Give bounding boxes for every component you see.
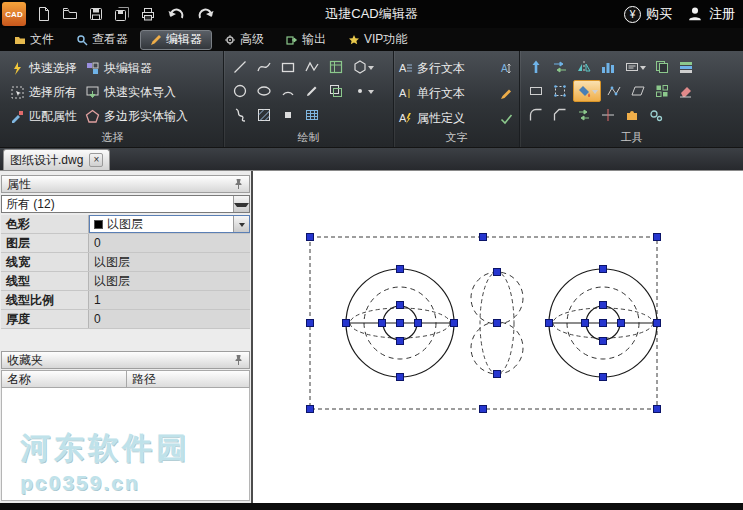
register-button[interactable]: 注册 (686, 5, 735, 23)
draw-point-button[interactable] (349, 80, 377, 102)
draw-block-button[interactable] (349, 56, 377, 78)
draw-arc-button[interactable] (277, 80, 299, 102)
draw-ellipse-button[interactable] (253, 80, 275, 102)
redo-button[interactable] (192, 2, 220, 26)
color-combobox[interactable]: 以图层 (89, 215, 250, 233)
tab-vip[interactable]: VIP功能 (338, 30, 417, 50)
column-header-name[interactable]: 名称 (1, 370, 126, 388)
draw-polyline-button[interactable] (301, 56, 323, 78)
ribbon-group-tools: 工具 (520, 51, 743, 147)
draw-solid-button[interactable] (277, 104, 299, 126)
draw-table-button[interactable] (301, 104, 323, 126)
select-all-button[interactable]: 选择所有 (6, 80, 81, 104)
property-name: 线宽 (1, 253, 89, 271)
scale-list-button[interactable] (621, 56, 649, 78)
trim-button[interactable] (597, 104, 619, 126)
copy-entity-button[interactable] (325, 80, 347, 102)
buy-button[interactable]: ¥ 购买 (624, 5, 672, 23)
array-button[interactable] (597, 56, 619, 78)
dropdown-caret-icon (640, 66, 646, 73)
fillet-button[interactable] (525, 104, 547, 126)
pin-icon[interactable] (233, 354, 244, 366)
svg-text:A: A (399, 87, 407, 99)
property-value[interactable]: 以图层 (89, 272, 250, 290)
match-properties-button[interactable]: 匹配属性 (6, 104, 81, 128)
line-icon (232, 59, 248, 75)
offset-button[interactable] (549, 56, 571, 78)
rectangle-tool-button[interactable] (525, 80, 547, 102)
mirror-button[interactable] (573, 56, 595, 78)
attribute-define-button[interactable]: A属性定义 (398, 106, 495, 130)
polygon-entity-input-button[interactable]: 多边形实体输入 (81, 104, 192, 128)
mtext-icon: A (398, 61, 413, 76)
quick-entity-import-button[interactable]: 快速实体导入 (81, 80, 192, 104)
undo-button[interactable] (162, 2, 190, 26)
open-file-button[interactable] (58, 2, 82, 26)
draw-revcloud-button[interactable] (229, 104, 251, 126)
dtext-icon: A (398, 86, 413, 101)
pin-icon[interactable] (233, 178, 244, 190)
register-label: 注册 (709, 5, 735, 23)
property-row: 线型比例 1 (1, 291, 250, 310)
property-grid: 色彩 以图层 图层 0 线宽 以图层 线型 以图层 (1, 215, 250, 329)
close-icon[interactable]: × (89, 153, 103, 167)
ellipse-icon (256, 83, 272, 99)
draw-sketch-button[interactable] (301, 80, 323, 102)
trim-icon (600, 107, 616, 123)
explode-button[interactable] (549, 80, 571, 102)
document-tab[interactable]: 图纸设计.dwg × (3, 149, 110, 170)
tab-output[interactable]: 输出 (276, 30, 336, 50)
property-value[interactable]: 0 (89, 234, 250, 252)
color-fill-button[interactable] (573, 80, 601, 102)
filter-dropdown[interactable]: 所有 (12) (1, 195, 250, 213)
edit-polyline-button[interactable] (603, 80, 625, 102)
quick-select-button[interactable]: 快速选择 (6, 56, 81, 80)
print-button[interactable] (136, 2, 160, 26)
move-button[interactable] (525, 56, 547, 78)
mtext-button[interactable]: A多行文本 (398, 56, 495, 80)
new-file-icon (36, 6, 52, 22)
yen-icon: ¥ (624, 6, 641, 23)
property-value[interactable]: 0 (89, 310, 250, 328)
property-value[interactable]: 以图层 (89, 253, 250, 271)
draw-rectangle-button[interactable] (277, 56, 299, 78)
ribbon-group-draw: 绘制 (224, 51, 394, 147)
save-button[interactable] (84, 2, 108, 26)
undo-icon (166, 5, 186, 23)
favorites-list[interactable] (1, 388, 250, 501)
draw-hatch-button[interactable] (253, 104, 275, 126)
tab-advanced[interactable]: 高级 (214, 30, 274, 50)
erase-button[interactable] (675, 80, 697, 102)
stretch-button[interactable] (573, 104, 595, 126)
settings-button[interactable] (645, 104, 667, 126)
spell-check-button[interactable] (495, 107, 517, 129)
insert-plugin-button[interactable] (621, 104, 643, 126)
save-all-button[interactable] (110, 2, 134, 26)
block-editor-button[interactable]: 块编辑器 (81, 56, 192, 80)
text-style-button[interactable]: A (495, 57, 517, 79)
insert-table-button[interactable] (325, 56, 347, 78)
main-area: 属性 所有 (12) 色彩 以图层 图层 0 (0, 171, 743, 503)
draw-circle-button[interactable] (229, 80, 251, 102)
dropdown-arrow-icon[interactable] (233, 216, 249, 232)
dropdown-arrow-icon[interactable] (233, 196, 249, 212)
edit-text-icon (499, 86, 514, 101)
align-grid-button[interactable] (651, 80, 673, 102)
dtext-button[interactable]: A单行文本 (398, 81, 495, 105)
tab-viewer[interactable]: 查看器 (66, 30, 138, 50)
drawing-canvas[interactable] (253, 171, 743, 503)
new-file-button[interactable] (32, 2, 56, 26)
tab-editor[interactable]: 编辑器 (140, 30, 212, 50)
gears-icon (648, 107, 664, 123)
draw-line-button[interactable] (229, 56, 251, 78)
property-value[interactable]: 1 (89, 291, 250, 309)
shear-button[interactable] (627, 80, 649, 102)
column-header-path[interactable]: 路径 (126, 370, 250, 388)
viewer-icon (76, 34, 88, 46)
copy-button[interactable] (651, 56, 673, 78)
group-button[interactable] (675, 56, 697, 78)
tab-file[interactable]: 文件 (4, 30, 64, 50)
chamfer-button[interactable] (549, 104, 571, 126)
edit-text-button[interactable] (495, 82, 517, 104)
draw-spline-button[interactable] (253, 56, 275, 78)
